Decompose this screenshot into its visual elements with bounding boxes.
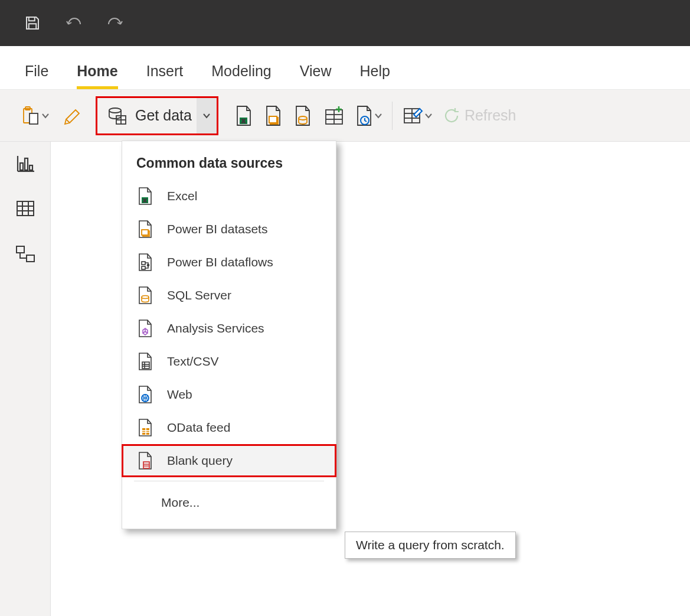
paste-button[interactable] — [15, 100, 54, 132]
dropdown-header: Common data sources — [122, 141, 336, 180]
svg-rect-27 — [17, 201, 34, 216]
table-edit-icon — [402, 105, 424, 126]
table-icon — [15, 200, 35, 217]
source-label: SQL Server — [167, 288, 231, 302]
dropdown-divider — [134, 481, 324, 481]
source-text-csv[interactable]: Text/CSV — [122, 345, 336, 378]
source-label: Power BI datasets — [167, 222, 267, 236]
left-nav — [0, 142, 51, 616]
format-painter-button[interactable] — [58, 100, 89, 132]
source-blank-query[interactable]: Blank query — [122, 444, 336, 477]
source-label: Blank query — [167, 454, 233, 468]
source-web[interactable]: Web — [122, 378, 336, 411]
svg-rect-42 — [142, 362, 149, 369]
refresh-label: Refresh — [465, 107, 516, 124]
source-excel[interactable]: X Excel — [122, 180, 336, 213]
cube-file-icon — [136, 319, 154, 338]
tab-view[interactable]: View — [300, 63, 332, 89]
source-sql-server[interactable]: SQL Server — [122, 279, 336, 312]
powerbi-datasets-button[interactable] — [259, 100, 288, 132]
clipboard-icon — [20, 105, 41, 126]
svg-point-12 — [299, 116, 307, 120]
sqlserver-button[interactable] — [288, 100, 318, 132]
svg-rect-38 — [142, 262, 145, 265]
chevron-down-icon — [41, 112, 50, 120]
source-label: Analysis Services — [167, 321, 264, 335]
dataflow-file-icon — [136, 253, 154, 272]
database-icon — [107, 105, 128, 126]
model-icon — [15, 245, 36, 265]
svg-point-41 — [142, 296, 149, 299]
source-powerbi-dataflows[interactable]: Power BI dataflows — [122, 246, 336, 279]
save-icon — [24, 14, 41, 32]
recent-file-icon — [354, 105, 374, 127]
svg-rect-0 — [29, 24, 37, 29]
source-label: Text/CSV — [167, 354, 219, 369]
undo-button[interactable] — [65, 16, 83, 30]
sql-file-icon — [293, 105, 313, 127]
textcsv-file-icon — [136, 352, 154, 371]
table-plus-icon — [322, 105, 345, 126]
refresh-icon — [442, 106, 461, 125]
odata-file-icon — [136, 418, 154, 437]
svg-text:X: X — [241, 118, 245, 124]
sql-file-icon — [136, 286, 154, 305]
svg-rect-39 — [142, 266, 145, 269]
redo-icon — [106, 16, 124, 30]
chevron-down-icon — [424, 112, 433, 120]
titlebar — [0, 0, 690, 46]
recent-sources-button[interactable] — [349, 100, 387, 132]
enter-data-button[interactable] — [318, 100, 349, 132]
redo-button[interactable] — [106, 16, 124, 30]
svg-rect-37 — [142, 230, 148, 235]
tab-help[interactable]: Help — [360, 63, 390, 89]
excel-file-icon: X — [234, 105, 254, 127]
blankquery-file-icon — [136, 451, 154, 470]
menu-tabs: File Home Insert Modeling View Help — [0, 46, 690, 90]
get-data-label: Get data — [135, 107, 192, 124]
source-analysis-services[interactable]: Analysis Services — [122, 312, 336, 345]
data-view-button[interactable] — [15, 200, 35, 220]
svg-rect-11 — [269, 116, 277, 123]
paintbrush-icon — [63, 105, 84, 126]
svg-point-4 — [109, 108, 121, 113]
svg-rect-3 — [30, 113, 38, 124]
source-label: Power BI dataflows — [167, 255, 273, 269]
get-data-button[interactable]: Get data — [96, 96, 218, 135]
source-label: OData feed — [167, 421, 230, 435]
svg-point-40 — [148, 265, 149, 266]
tab-modeling[interactable]: Modeling — [211, 63, 271, 89]
source-powerbi-datasets[interactable]: Power BI datasets — [122, 213, 336, 246]
transform-data-button[interactable] — [397, 100, 437, 132]
save-button[interactable] — [24, 14, 41, 32]
tab-home[interactable]: Home — [77, 63, 117, 89]
chevron-down-icon — [374, 112, 382, 120]
refresh-button[interactable]: Refresh — [437, 100, 521, 132]
svg-rect-24 — [20, 163, 23, 170]
source-odata-feed[interactable]: OData feed — [122, 411, 336, 444]
source-more[interactable]: More... — [122, 484, 336, 522]
dataset-file-icon — [263, 105, 283, 127]
tab-insert[interactable]: Insert — [146, 63, 184, 89]
tab-file[interactable]: File — [25, 63, 48, 89]
get-data-dropdown-toggle[interactable] — [197, 98, 217, 133]
report-view-button[interactable] — [15, 155, 35, 175]
ribbon-separator — [392, 102, 393, 130]
dataset-file-icon — [136, 220, 154, 239]
svg-rect-33 — [27, 255, 34, 262]
web-file-icon — [136, 385, 154, 404]
get-data-dropdown: Common data sources X Excel Power BI dat… — [122, 141, 336, 529]
source-label: Excel — [167, 189, 197, 203]
model-view-button[interactable] — [15, 245, 36, 267]
undo-icon — [65, 16, 83, 30]
bar-chart-icon — [15, 155, 35, 172]
chevron-down-icon — [202, 111, 211, 120]
svg-rect-25 — [25, 158, 28, 170]
svg-rect-32 — [17, 246, 24, 253]
svg-rect-51 — [143, 462, 149, 468]
source-label: Web — [167, 387, 192, 402]
svg-text:X: X — [143, 198, 147, 203]
tooltip: Write a query from scratch. — [345, 532, 516, 559]
ribbon: Get data X — [0, 90, 690, 142]
excel-source-button[interactable]: X — [229, 100, 259, 132]
